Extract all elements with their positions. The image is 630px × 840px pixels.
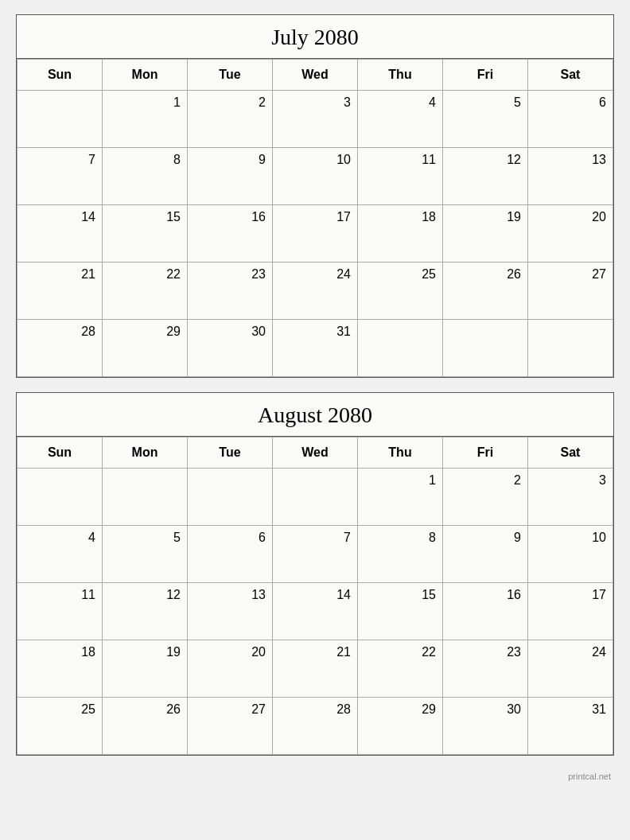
calendar-cell: 20 — [188, 640, 273, 698]
calendar-cell: 25 — [358, 262, 443, 320]
calendar-cell: 16 — [188, 205, 273, 262]
day-header-thu: Thu — [358, 60, 443, 91]
calendar-cell: 26 — [103, 698, 188, 755]
calendar-cell: 24 — [273, 262, 358, 320]
calendar-cell: 15 — [358, 583, 443, 640]
calendar-cell — [443, 320, 528, 377]
calendar-cell: 29 — [103, 320, 188, 377]
calendar-cell: 12 — [443, 148, 528, 205]
day-header-tue: Tue — [188, 60, 273, 91]
calendar-cell — [103, 469, 188, 526]
calendar-cell: 2 — [188, 91, 273, 148]
calendar-cell — [18, 91, 103, 148]
calendar-cell: 22 — [103, 262, 188, 320]
calendar-cell: 19 — [443, 205, 528, 262]
calendar-cell: 31 — [528, 698, 613, 755]
calendar-cell — [188, 469, 273, 526]
calendar-cell: 11 — [18, 583, 103, 640]
day-header-fri: Fri — [443, 60, 528, 91]
calendar-cell: 20 — [528, 205, 613, 262]
august-2080-title: August 2080 — [17, 393, 613, 437]
calendar-cell: 22 — [358, 640, 443, 698]
day-header-tue: Tue — [188, 438, 273, 469]
calendar-cell: 13 — [188, 583, 273, 640]
july-2080-title: July 2080 — [17, 15, 613, 59]
calendar-cell: 1 — [358, 469, 443, 526]
calendar-cell: 14 — [18, 205, 103, 262]
day-header-wed: Wed — [273, 60, 358, 91]
calendar-cell: 12 — [103, 583, 188, 640]
calendar-cell: 24 — [528, 640, 613, 698]
calendar-cell: 14 — [273, 583, 358, 640]
calendar-cell: 6 — [188, 526, 273, 583]
calendar-cell: 16 — [443, 583, 528, 640]
calendar-cell: 27 — [528, 262, 613, 320]
day-header-fri: Fri — [443, 438, 528, 469]
july-2080: July 2080SunMonTueWedThuFriSat1234567891… — [16, 14, 614, 378]
calendar-cell: 7 — [18, 148, 103, 205]
watermark: printcal.net — [16, 770, 614, 781]
calendar-cell — [273, 469, 358, 526]
calendar-cell: 7 — [273, 526, 358, 583]
day-header-mon: Mon — [103, 438, 188, 469]
calendar-cell: 9 — [188, 148, 273, 205]
day-header-mon: Mon — [103, 60, 188, 91]
calendar-cell: 27 — [188, 698, 273, 755]
calendar-cell: 9 — [443, 526, 528, 583]
day-header-thu: Thu — [358, 438, 443, 469]
calendar-cell — [358, 320, 443, 377]
calendar-cell: 28 — [273, 698, 358, 755]
calendar-cell: 26 — [443, 262, 528, 320]
calendar-cell: 21 — [18, 262, 103, 320]
calendar-cell: 4 — [18, 526, 103, 583]
calendar-cell: 3 — [273, 91, 358, 148]
day-header-sun: Sun — [18, 60, 103, 91]
calendar-cell: 8 — [103, 148, 188, 205]
day-header-sun: Sun — [18, 438, 103, 469]
calendar-cell: 3 — [528, 469, 613, 526]
calendar-cell: 30 — [188, 320, 273, 377]
calendar-cell: 17 — [273, 205, 358, 262]
calendar-cell: 8 — [358, 526, 443, 583]
calendar-cell: 18 — [358, 205, 443, 262]
calendar-cell: 28 — [18, 320, 103, 377]
calendar-cell: 31 — [273, 320, 358, 377]
calendar-cell: 4 — [358, 91, 443, 148]
calendar-cell: 10 — [528, 526, 613, 583]
calendar-cell: 25 — [18, 698, 103, 755]
calendar-cell — [18, 469, 103, 526]
calendar-cell: 19 — [103, 640, 188, 698]
calendar-cell: 30 — [443, 698, 528, 755]
calendar-cell: 6 — [528, 91, 613, 148]
day-header-wed: Wed — [273, 438, 358, 469]
august-2080: August 2080SunMonTueWedThuFriSat12345678… — [16, 392, 614, 756]
calendar-cell: 10 — [273, 148, 358, 205]
calendar-cell: 5 — [103, 526, 188, 583]
calendar-cell: 17 — [528, 583, 613, 640]
calendar-cell: 29 — [358, 698, 443, 755]
calendar-cell: 15 — [103, 205, 188, 262]
calendar-cell: 13 — [528, 148, 613, 205]
page: July 2080SunMonTueWedThuFriSat1234567891… — [0, 0, 630, 840]
calendar-cell: 23 — [188, 262, 273, 320]
calendar-cell — [528, 320, 613, 377]
calendar-cell: 23 — [443, 640, 528, 698]
calendar-cell: 1 — [103, 91, 188, 148]
calendar-cell: 11 — [358, 148, 443, 205]
calendar-cell: 21 — [273, 640, 358, 698]
day-header-sat: Sat — [528, 438, 613, 469]
calendar-cell: 2 — [443, 469, 528, 526]
day-header-sat: Sat — [528, 60, 613, 91]
calendar-cell: 18 — [18, 640, 103, 698]
calendar-cell: 5 — [443, 91, 528, 148]
